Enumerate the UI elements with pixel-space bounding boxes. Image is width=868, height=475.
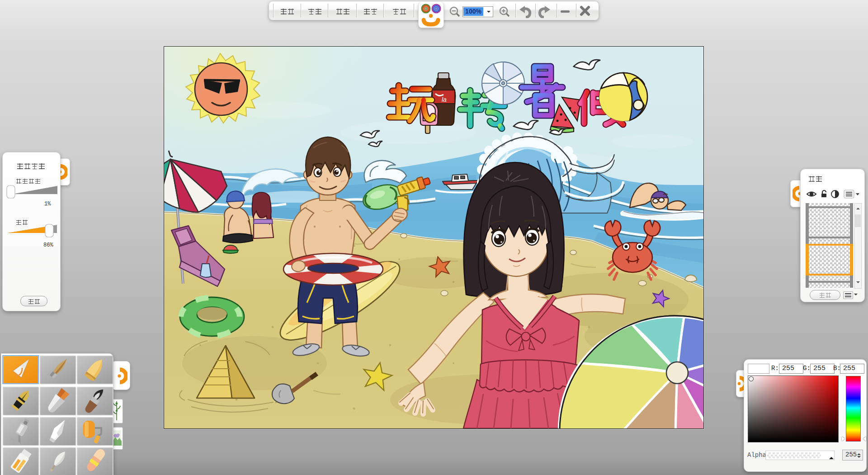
- svg-text:la: la: [442, 96, 447, 103]
